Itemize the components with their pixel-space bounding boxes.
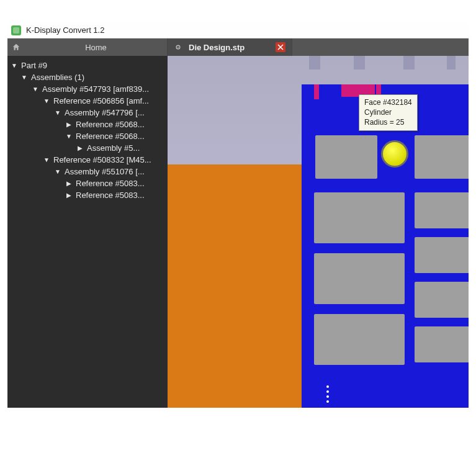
app-title: K-Display Convert 1.2 xyxy=(26,25,104,35)
chevron-right-icon[interactable]: ▶ xyxy=(66,180,72,187)
chevron-down-icon[interactable]: ▼ xyxy=(55,168,61,175)
tree-row-label: Reference #5068... xyxy=(76,120,145,129)
chevron-down-icon[interactable]: ▼ xyxy=(21,74,27,81)
cad-pad xyxy=(415,282,469,318)
chevron-down-icon[interactable]: ▼ xyxy=(32,86,38,92)
tree-row-label: Assembly #547796 [... xyxy=(65,108,145,117)
cad-pad xyxy=(314,192,405,243)
cad-yellow-cylinder xyxy=(381,140,408,168)
home-icon[interactable] xyxy=(7,38,25,56)
titlebar: K-Display Convert 1.2 xyxy=(7,22,469,38)
tree-row[interactable]: ▼Assembly #547796 [... xyxy=(7,107,168,119)
tree-row-label: Reference #5083... xyxy=(76,191,145,200)
tab-die-design[interactable]: Die Design.stp xyxy=(168,38,292,56)
cad-orange-block xyxy=(168,164,302,408)
body: ▼Part #9▼Assemblies (1)▼Assembly #547793… xyxy=(7,56,469,408)
cad-ridge xyxy=(403,56,415,70)
close-tab-button[interactable] xyxy=(276,42,285,52)
tree-row[interactable]: ▶Reference #5083... xyxy=(7,177,168,189)
cad-pad xyxy=(315,135,377,179)
tooltip-line: Cylinder xyxy=(364,107,412,117)
tree-row-label: Part #9 xyxy=(21,61,47,70)
chevron-down-icon[interactable]: ▼ xyxy=(11,62,17,69)
tooltip-line: Radius = 25 xyxy=(364,117,412,127)
app-window: K-Display Convert 1.2 Home Die Design.st… xyxy=(7,22,469,408)
cad-ridge xyxy=(309,56,320,70)
cad-ridge xyxy=(354,56,365,70)
chevron-right-icon[interactable]: ▶ xyxy=(66,121,72,128)
tree-row[interactable]: ▼Assembly #551076 [... xyxy=(7,166,168,177)
tree-row-label: Assemblies (1) xyxy=(31,73,84,82)
close-icon xyxy=(277,44,284,50)
tree-row[interactable]: ▼Part #9 xyxy=(7,60,168,71)
tree-row[interactable]: ▼Assemblies (1) xyxy=(7,71,168,83)
tree-row-label: Assembly #5... xyxy=(87,143,140,153)
tree-row[interactable]: ▶Assembly #5... xyxy=(7,142,168,154)
chevron-down-icon[interactable]: ▼ xyxy=(55,109,61,116)
tooltip-line: Face #432184 xyxy=(364,97,412,107)
toolbar-left: Home xyxy=(7,38,168,56)
splitter-handle-icon[interactable] xyxy=(326,385,329,403)
cad-pad xyxy=(415,192,469,228)
chevron-down-icon[interactable]: ▼ xyxy=(66,133,72,140)
tree-row-label: Assembly #551076 [... xyxy=(65,167,145,176)
chevron-right-icon[interactable]: ▶ xyxy=(77,145,83,151)
face-tooltip: Face #432184 Cylinder Radius = 25 xyxy=(359,94,418,131)
tree-row[interactable]: ▼Reference #508332 [M45... xyxy=(7,154,168,166)
viewport-3d[interactable]: Face #432184 Cylinder Radius = 25 xyxy=(168,56,469,408)
tree-row-label: Reference #5083... xyxy=(76,179,145,188)
tree-row-label: Reference #506856 [amf... xyxy=(53,96,149,106)
cad-pad xyxy=(415,237,469,273)
model-tree-panel[interactable]: ▼Part #9▼Assemblies (1)▼Assembly #547793… xyxy=(7,56,168,408)
document-tabs: Die Design.stp xyxy=(168,38,469,56)
tree-row[interactable]: ▶Reference #5083... xyxy=(7,189,168,201)
svg-point-1 xyxy=(177,47,179,48)
home-tab-label: Home xyxy=(85,43,107,52)
app-logo-icon xyxy=(11,25,21,35)
cad-pad xyxy=(314,314,405,365)
cad-pad xyxy=(314,253,405,304)
tree-row[interactable]: ▼Reference #5068... xyxy=(7,130,168,142)
chevron-down-icon[interactable]: ▼ xyxy=(43,156,50,163)
tree-row[interactable]: ▼Reference #506856 [amf... xyxy=(7,95,168,107)
tab-label: Die Design.stp xyxy=(189,43,245,52)
cad-ridge xyxy=(447,56,456,70)
tree-row[interactable]: ▶Reference #5068... xyxy=(7,119,168,130)
cad-selected-mark xyxy=(314,84,319,99)
tree-row-label: Reference #5068... xyxy=(76,132,145,141)
target-icon xyxy=(174,43,182,52)
toolbar: Home Die Design.stp xyxy=(7,38,469,56)
cad-pad xyxy=(415,326,469,362)
chevron-down-icon[interactable]: ▼ xyxy=(43,97,50,104)
home-tab[interactable]: Home xyxy=(25,38,167,56)
tree-row[interactable]: ▼Assembly #547793 [amf839... xyxy=(7,83,168,95)
chevron-right-icon[interactable]: ▶ xyxy=(66,192,72,199)
tree-row-label: Assembly #547793 [amf839... xyxy=(42,84,149,94)
cad-pad xyxy=(415,135,469,179)
tree-row-label: Reference #508332 [M45... xyxy=(53,155,151,164)
